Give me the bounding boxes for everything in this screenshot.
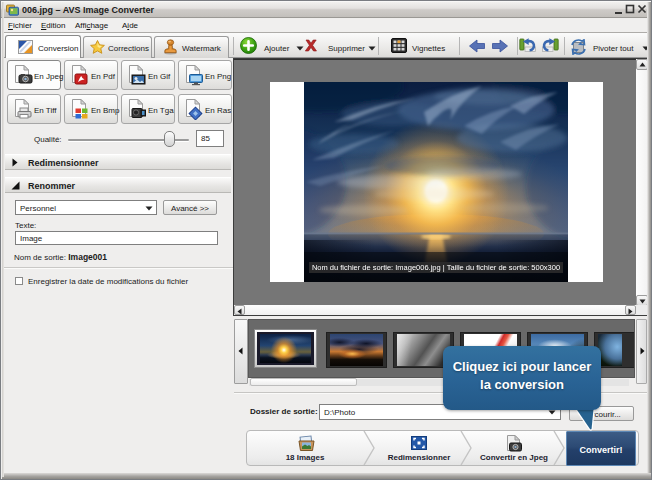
svg-text:Nom du fichier de sortie: Imag: Nom du fichier de sortie: Image006.jpg |… bbox=[312, 263, 560, 272]
